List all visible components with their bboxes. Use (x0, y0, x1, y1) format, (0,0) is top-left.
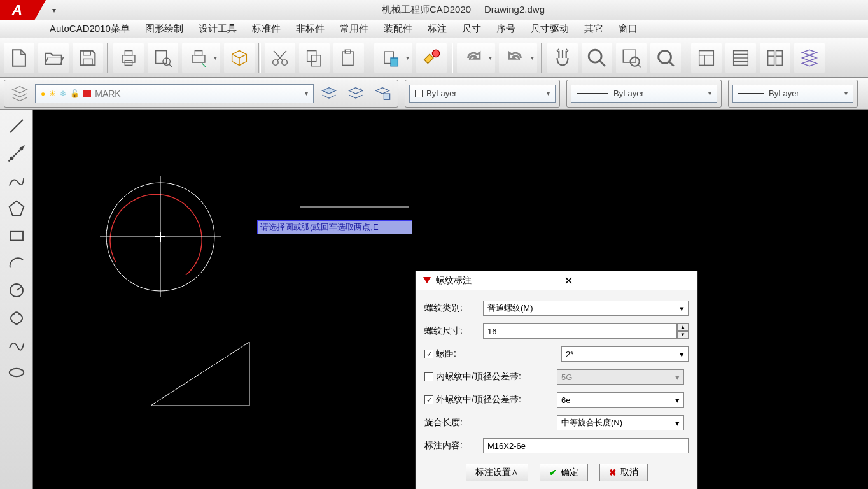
line-tool[interactable] (4, 113, 29, 139)
dialog-close-button[interactable]: ✕ (564, 274, 692, 288)
pitch-checkbox[interactable] (424, 350, 433, 358)
engagement-length-combo[interactable]: 中等旋合长度(N)▾ (557, 415, 684, 430)
layer-selector-combo[interactable]: ● ☀ ❄ 🔓 MARK ▾ (35, 84, 314, 103)
pan-button[interactable] (547, 43, 578, 73)
svg-point-21 (589, 50, 601, 62)
menu-standard-parts[interactable]: 标准件 (244, 20, 288, 38)
engagement-length-label: 旋合长度: (424, 417, 552, 429)
layer-properties-toolbar: ● ☀ ❄ 🔓 MARK ▾ ByLayer▾ ByLayer▾ ByLayer… (0, 78, 868, 110)
undo-button[interactable]: ▾ (499, 43, 537, 73)
pitch-checkbox-label[interactable]: 螺距: (424, 348, 478, 360)
menu-number[interactable]: 序号 (489, 20, 523, 38)
zoom-previous-button[interactable] (650, 43, 681, 73)
polyline-tool[interactable] (4, 168, 29, 194)
cut-button[interactable] (265, 43, 295, 73)
svg-rect-19 (391, 58, 398, 66)
layer-state2-icon[interactable] (344, 82, 367, 105)
rectangle-tool[interactable] (4, 223, 29, 248)
outer-tolerance-checkbox[interactable] (424, 395, 433, 404)
layer-color-swatch (83, 90, 91, 97)
svg-rect-8 (192, 55, 205, 62)
construction-line-tool[interactable] (4, 141, 29, 166)
thread-annotation-dialog: 螺纹标注 ✕ 螺纹类别: 普通螺纹(M)▾ 螺纹尺寸: 16 ▲▼ (415, 271, 698, 489)
menu-autocad2010[interactable]: AutoCAD2010菜单 (42, 20, 137, 38)
ok-button[interactable]: ✔确定 (540, 464, 588, 481)
thread-size-spinner[interactable]: 16 ▲▼ (483, 323, 689, 339)
svg-point-43 (10, 157, 13, 160)
copy-button[interactable] (299, 43, 330, 73)
revision-cloud-tool[interactable] (4, 305, 29, 330)
check-icon: ✔ (549, 467, 557, 478)
circle-tool[interactable] (4, 278, 29, 303)
annotation-content-input[interactable]: M16X2-6e (483, 438, 689, 453)
linetype-combo[interactable]: ByLayer▾ (571, 85, 717, 103)
spinner-down[interactable]: ▼ (677, 331, 689, 339)
color-combo[interactable]: ByLayer▾ (409, 85, 556, 103)
drawing-canvas[interactable]: 请选择圆或弧(或回车选取两点,E 螺纹标注 ✕ 螺纹类别: 普通螺纹(M)▾ 螺… (33, 110, 868, 489)
polygon-tool[interactable] (4, 195, 29, 221)
zoom-window-button[interactable] (616, 43, 647, 73)
plot-button[interactable]: ▾ (182, 43, 220, 73)
svg-line-25 (638, 65, 641, 67)
lineweight-panel: ByLayer▾ (728, 80, 858, 108)
menu-annotation[interactable]: 标注 (420, 20, 454, 38)
print-preview-button[interactable] (148, 43, 178, 73)
zoom-button[interactable] (582, 43, 612, 73)
svg-line-22 (599, 60, 605, 66)
svg-point-20 (432, 50, 439, 57)
layer-state1-icon[interactable] (318, 82, 340, 105)
print-button[interactable] (113, 43, 144, 73)
paste-special-button[interactable]: ▾ (374, 43, 412, 73)
tool-palette-button[interactable] (760, 43, 790, 73)
file-name: Drawing2.dwg (484, 4, 545, 15)
menu-dimension[interactable]: 尺寸 (454, 20, 489, 38)
menu-other[interactable]: 其它 (577, 20, 611, 38)
inner-tolerance-checkbox-label[interactable]: 内螺纹中/顶径公差带: (424, 371, 552, 383)
quick-access-dropdown[interactable]: ▾ (50, 6, 59, 15)
menu-draw[interactable]: 图形绘制 (137, 20, 191, 38)
menu-design-tools[interactable]: 设计工具 (191, 20, 244, 38)
svg-rect-36 (776, 50, 782, 65)
lineweight-combo[interactable]: ByLayer▾ (732, 85, 853, 103)
layers-panel-button[interactable] (725, 43, 756, 73)
app-logo[interactable]: A (0, 0, 34, 20)
annotation-settings-button[interactable]: 标注设置∧ (466, 464, 528, 481)
new-file-button[interactable] (4, 43, 34, 73)
inner-tolerance-checkbox[interactable] (424, 372, 433, 381)
svg-line-48 (17, 287, 22, 290)
menu-window[interactable]: 窗口 (611, 20, 645, 38)
layer-state3-icon[interactable] (371, 82, 394, 105)
spinner-up[interactable]: ▲ (677, 323, 689, 331)
arc-tool[interactable] (4, 250, 29, 276)
ellipse-tool[interactable] (4, 360, 29, 385)
svg-rect-40 (384, 94, 389, 99)
svg-rect-4 (125, 60, 132, 65)
menu-dim-driven[interactable]: 尺寸驱动 (523, 20, 577, 38)
layer-properties-icon[interactable] (8, 82, 31, 105)
thread-type-combo[interactable]: 普通螺纹(M)▾ (483, 301, 689, 316)
app-logo-letter: A (12, 2, 22, 18)
outer-tolerance-checkbox-label[interactable]: 外螺纹中/顶径公差带: (424, 394, 552, 406)
match-properties-button[interactable] (416, 43, 447, 73)
paste-button[interactable] (333, 43, 364, 73)
spline-tool[interactable] (4, 332, 29, 358)
redo-button[interactable]: ▾ (457, 43, 495, 73)
3d-button[interactable] (224, 43, 255, 73)
menu-common-parts[interactable]: 常用件 (332, 20, 376, 38)
thread-size-label: 螺纹尺寸: (424, 325, 478, 337)
svg-rect-1 (83, 59, 92, 65)
properties-panel-button[interactable] (691, 43, 722, 73)
main-toolbar: ▾ ▾ ▾ ▾ (0, 38, 868, 78)
sheet-set-button[interactable] (794, 43, 825, 73)
pitch-combo[interactable]: 2*▾ (561, 346, 689, 362)
svg-rect-28 (699, 50, 714, 65)
cross-icon: ✖ (609, 467, 617, 478)
save-button[interactable] (73, 43, 103, 73)
svg-line-7 (169, 64, 172, 66)
draw-toolbar (0, 110, 33, 489)
cancel-button[interactable]: ✖取消 (599, 464, 648, 481)
open-file-button[interactable] (38, 43, 69, 73)
menu-assembly-parts[interactable]: 装配件 (376, 20, 420, 38)
outer-tolerance-combo[interactable]: 6e▾ (557, 392, 684, 408)
menu-nonstandard-parts[interactable]: 非标件 (288, 20, 332, 38)
